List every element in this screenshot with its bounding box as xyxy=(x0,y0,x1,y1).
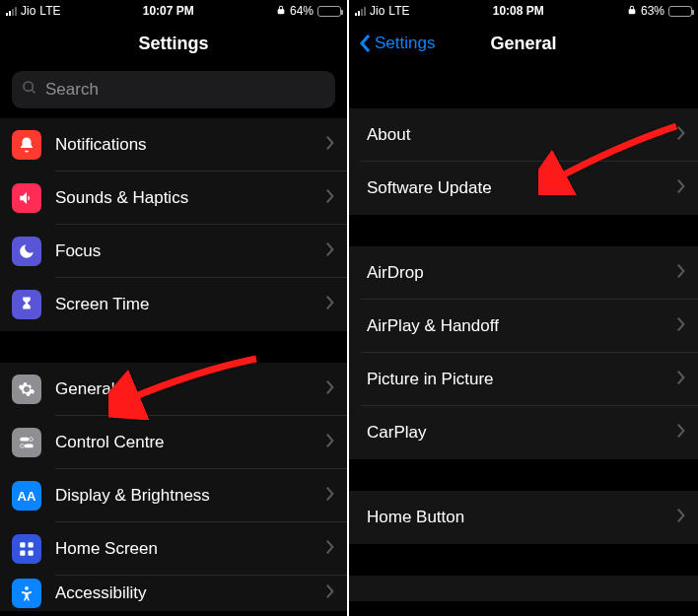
search-field[interactable] xyxy=(12,71,335,108)
svg-rect-9 xyxy=(29,551,34,556)
row-label: Accessibility xyxy=(55,583,325,603)
row-label: Display & Brightness xyxy=(55,486,325,506)
row-general[interactable]: General xyxy=(0,363,347,416)
svg-point-5 xyxy=(21,445,25,448)
chevron-right-icon xyxy=(676,423,686,443)
moon-icon xyxy=(12,237,41,266)
row-label: Home Screen xyxy=(55,539,325,559)
row-label: Sounds & Haptics xyxy=(55,188,325,208)
row-label: Control Centre xyxy=(55,433,325,452)
toggles-icon xyxy=(12,428,41,457)
general-group: About Software Update xyxy=(349,108,698,215)
phone-right: Jio LTE 10:08 PM 63% Settings General Ab… xyxy=(349,0,698,616)
chevron-right-icon xyxy=(676,508,686,527)
settings-group: General Control Centre AA Display & Brig… xyxy=(0,363,347,611)
settings-group: Notifications Sounds & Haptics Focus Scr… xyxy=(0,118,347,331)
row-control-centre[interactable]: Control Centre xyxy=(0,416,347,469)
network-type: LTE xyxy=(388,4,409,18)
row-label: Home Button xyxy=(367,508,676,527)
battery-percent: 64% xyxy=(290,4,314,18)
lock-icon xyxy=(276,4,286,18)
header: Settings General xyxy=(349,22,698,65)
signal-icon xyxy=(355,6,366,16)
search-icon xyxy=(22,80,37,100)
row-picture-in-picture[interactable]: Picture in Picture xyxy=(349,353,698,406)
chevron-right-icon xyxy=(325,539,335,559)
battery-percent: 63% xyxy=(641,4,664,18)
svg-rect-2 xyxy=(20,438,29,442)
row-label: Notifications xyxy=(55,135,325,155)
row-label: Focus xyxy=(55,241,325,261)
page-title: Settings xyxy=(0,34,347,54)
grid-icon xyxy=(12,534,41,564)
svg-rect-7 xyxy=(29,542,34,547)
row-about[interactable]: About xyxy=(349,108,698,162)
clock: 10:08 PM xyxy=(493,4,544,18)
general-group: AirDrop AirPlay & Handoff Picture in Pic… xyxy=(349,246,698,459)
general-group: Home Button xyxy=(349,491,698,544)
person-icon xyxy=(12,579,41,608)
speaker-icon xyxy=(12,183,41,213)
row-screen-time[interactable]: Screen Time xyxy=(0,278,347,331)
back-button[interactable]: Settings xyxy=(357,34,435,53)
phone-left: Jio LTE 10:07 PM 64% Settings Notific xyxy=(0,0,349,616)
chevron-right-icon xyxy=(325,583,335,603)
svg-point-10 xyxy=(25,586,29,590)
battery-icon xyxy=(668,6,692,17)
gear-icon xyxy=(12,375,41,404)
svg-line-1 xyxy=(32,90,35,93)
row-airplay-handoff[interactable]: AirPlay & Handoff xyxy=(349,300,698,353)
chevron-right-icon xyxy=(676,370,686,389)
header: Settings xyxy=(0,22,347,65)
lock-icon xyxy=(627,4,637,18)
chevron-right-icon xyxy=(325,135,335,155)
row-partial[interactable] xyxy=(349,576,698,601)
row-software-update[interactable]: Software Update xyxy=(349,162,698,215)
battery-icon xyxy=(317,6,341,17)
row-label: General xyxy=(55,379,325,399)
row-label: AirPlay & Handoff xyxy=(367,316,676,336)
row-focus[interactable]: Focus xyxy=(0,225,347,278)
row-home-button[interactable]: Home Button xyxy=(349,491,698,544)
chevron-right-icon xyxy=(676,125,686,145)
row-carplay[interactable]: CarPlay xyxy=(349,406,698,459)
row-label: Picture in Picture xyxy=(367,370,676,389)
row-notifications[interactable]: Notifications xyxy=(0,118,347,171)
carrier-label: Jio xyxy=(21,4,35,18)
row-label: Software Update xyxy=(367,178,676,198)
row-label: CarPlay xyxy=(367,423,676,443)
svg-rect-8 xyxy=(20,551,25,556)
row-display-brightness[interactable]: AA Display & Brightness xyxy=(0,469,347,522)
carrier-label: Jio xyxy=(370,4,384,18)
chevron-right-icon xyxy=(325,295,335,314)
hourglass-icon xyxy=(12,290,41,319)
chevron-right-icon xyxy=(676,178,686,198)
bell-icon xyxy=(12,130,41,160)
chevron-right-icon xyxy=(325,188,335,208)
network-type: LTE xyxy=(39,4,60,18)
chevron-right-icon xyxy=(325,433,335,452)
back-label: Settings xyxy=(375,34,435,53)
general-group xyxy=(349,576,698,601)
signal-icon xyxy=(6,6,17,16)
row-label: Screen Time xyxy=(55,295,325,314)
chevron-right-icon xyxy=(676,316,686,336)
row-accessibility[interactable]: Accessibility xyxy=(0,576,347,611)
svg-point-3 xyxy=(30,438,34,442)
row-home-screen[interactable]: Home Screen xyxy=(0,522,347,576)
chevron-right-icon xyxy=(325,486,335,506)
row-airdrop[interactable]: AirDrop xyxy=(349,246,698,300)
chevron-right-icon xyxy=(676,263,686,283)
chevron-right-icon xyxy=(325,379,335,399)
svg-point-0 xyxy=(24,82,33,91)
row-label: About xyxy=(367,125,676,145)
svg-rect-6 xyxy=(20,542,25,547)
row-sounds-haptics[interactable]: Sounds & Haptics xyxy=(0,171,347,225)
search-input[interactable] xyxy=(45,80,325,100)
row-label: AirDrop xyxy=(367,263,676,283)
status-bar: Jio LTE 10:07 PM 64% xyxy=(0,0,347,22)
svg-rect-4 xyxy=(25,445,34,448)
aa-icon: AA xyxy=(12,481,41,511)
clock: 10:07 PM xyxy=(143,4,194,18)
status-bar: Jio LTE 10:08 PM 63% xyxy=(349,0,698,22)
